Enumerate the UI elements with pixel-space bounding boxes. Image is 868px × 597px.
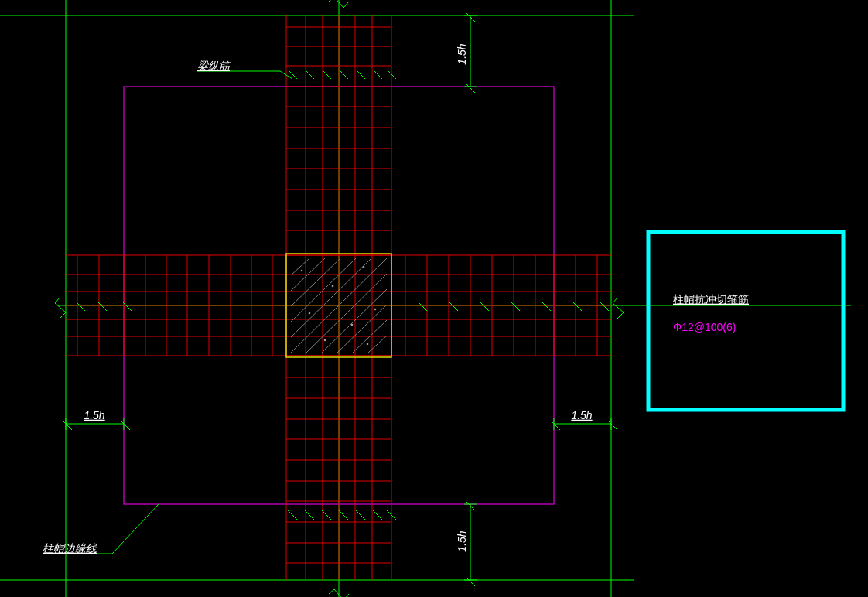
svg-line-94 [480, 302, 489, 311]
svg-line-83 [305, 70, 314, 79]
svg-line-87 [373, 70, 382, 79]
cap-edge-label: 柱帽边缘线 [43, 542, 97, 554]
svg-line-85 [339, 70, 348, 79]
svg-line-92 [418, 302, 427, 311]
svg-line-95 [511, 302, 520, 311]
svg-line-124 [551, 421, 560, 430]
beam-rebar-leader [197, 71, 292, 79]
svg-point-75 [332, 285, 334, 288]
svg-line-64 [291, 258, 371, 337]
svg-line-99 [288, 510, 297, 520]
dimension-left: 1.5h [84, 409, 104, 421]
svg-line-104 [373, 510, 382, 520]
stirrup-ticks [76, 70, 609, 520]
svg-point-80 [324, 339, 326, 342]
svg-line-101 [322, 510, 331, 520]
svg-line-96 [542, 302, 551, 311]
svg-line-103 [356, 510, 365, 520]
svg-line-65 [291, 258, 356, 322]
svg-line-119 [63, 421, 72, 430]
svg-point-81 [367, 343, 369, 346]
svg-point-76 [363, 266, 365, 268]
svg-line-120 [121, 421, 130, 430]
svg-point-77 [309, 312, 311, 315]
svg-line-100 [305, 510, 314, 520]
svg-line-71 [337, 305, 387, 353]
svg-line-86 [356, 70, 365, 79]
svg-line-102 [339, 510, 348, 520]
dimension-top: 1.5h [456, 43, 468, 64]
svg-line-125 [608, 421, 617, 430]
svg-line-93 [449, 302, 458, 311]
beam-rebar-label: 梁纵筋 [197, 60, 231, 72]
dimension-right: 1.5h [571, 409, 592, 421]
svg-line-69 [306, 274, 387, 353]
svg-point-78 [351, 324, 354, 326]
legend-spec: Φ12@100(6) [673, 321, 736, 333]
svg-line-73 [368, 336, 387, 353]
svg-line-66 [291, 258, 340, 306]
svg-line-84 [322, 70, 331, 79]
diagram-canvas: 1.5h 1.5h 1.5h 1.5h 梁纵筋 柱帽边缘线 柱帽抗冲切箍筋 Φ1… [0, 0, 868, 597]
svg-line-70 [322, 289, 387, 353]
svg-point-79 [374, 309, 377, 311]
legend-title: 柱帽抗冲切箍筋 [673, 293, 749, 305]
svg-line-129 [112, 504, 159, 554]
rebar-vertical-band [286, 15, 391, 580]
svg-point-74 [301, 270, 303, 272]
svg-line-98 [600, 302, 609, 311]
svg-line-68 [291, 258, 309, 275]
dimensions [63, 12, 617, 586]
dimension-bottom: 1.5h [456, 530, 468, 551]
svg-line-97 [572, 302, 582, 311]
svg-line-82 [288, 70, 297, 79]
